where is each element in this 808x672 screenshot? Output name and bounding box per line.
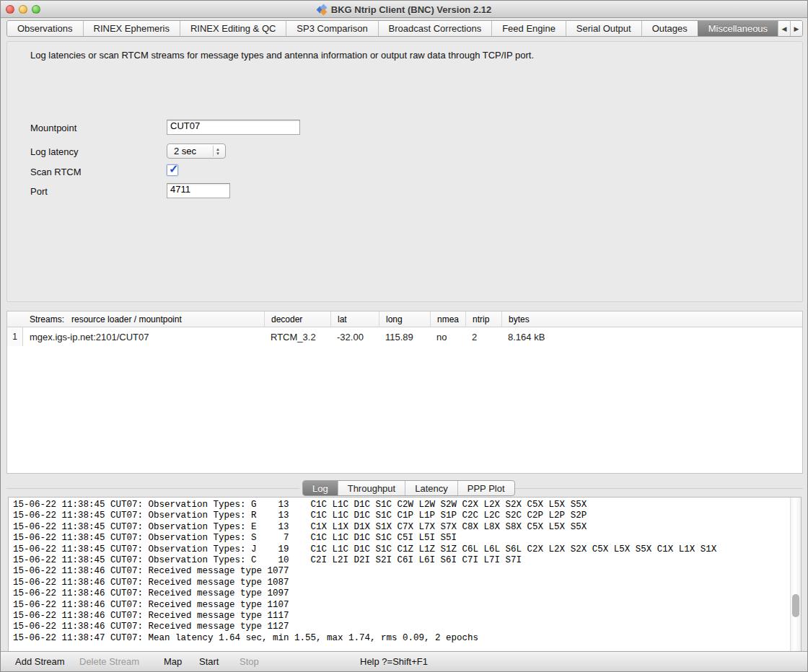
log-line: 15-06-22 11:38:46 CUT07: Received messag…: [13, 578, 788, 588]
bottom-toolbar: Add Stream Delete Stream Map Start Stop …: [1, 651, 807, 671]
header-lat[interactable]: lat: [330, 311, 379, 327]
divider: [6, 488, 299, 489]
checkmark-icon: ✓: [169, 162, 178, 176]
scan-rtcm-checkbox[interactable]: ✓: [167, 164, 178, 176]
log-line: 15-06-22 11:38:45 CUT07: Observation Typ…: [13, 555, 788, 566]
log-latency-value: 2 sec: [174, 146, 196, 156]
tab-scroll-left-icon[interactable]: ◀: [778, 21, 790, 36]
tab-log[interactable]: Log: [303, 481, 338, 495]
title-bar: BKG Ntrip Client (BNC) Version 2.12: [1, 1, 807, 18]
cell-lat: -32.00: [330, 332, 379, 342]
log-line: 15-06-22 11:38:45 CUT07: Observation Typ…: [13, 500, 788, 510]
bnc-app-icon: [317, 4, 328, 15]
scan-rtcm-label: Scan RTCM: [30, 167, 82, 177]
log-line: 15-06-22 11:38:45 CUT07: Observation Typ…: [13, 544, 788, 555]
log-line: 15-06-22 11:38:46 CUT07: Received messag…: [13, 622, 788, 632]
miscellaneous-panel: Log latencies or scan RTCM streams for m…: [6, 41, 803, 302]
start-button[interactable]: Start: [199, 656, 219, 667]
log-line: 15-06-22 11:38:47 CUT07: Mean latency 1.…: [13, 633, 788, 644]
app-window: BKG Ntrip Client (BNC) Version 2.12 Obse…: [0, 0, 808, 672]
mountpoint-input[interactable]: CUT07: [167, 120, 300, 135]
port-input[interactable]: 4711: [167, 183, 230, 198]
log-output[interactable]: 15-06-22 11:38:45 CUT07: Observation Typ…: [8, 497, 802, 652]
header-ntrip[interactable]: ntrip: [465, 311, 501, 327]
main-tab-bar: Observations RINEX Ephemeris RINEX Editi…: [6, 20, 803, 37]
mountpoint-label: Mountpoint: [30, 123, 76, 133]
table-row[interactable]: 1 mgex.igs-ip.net:2101/CUT07 RTCM_3.2 -3…: [7, 327, 802, 346]
header-mountpoint[interactable]: Streams: resource loader / mountpoint: [23, 311, 264, 327]
stop-button[interactable]: Stop: [240, 656, 259, 667]
delete-stream-button[interactable]: Delete Stream: [79, 656, 139, 667]
add-stream-button[interactable]: Add Stream: [15, 656, 65, 667]
port-value: 4711: [170, 184, 190, 195]
log-lines: 15-06-22 11:38:45 CUT07: Observation Typ…: [13, 500, 788, 644]
log-line: 15-06-22 11:38:45 CUT07: Observation Typ…: [13, 510, 788, 521]
cell-ntrip: 2: [465, 332, 501, 342]
tab-ppp-plot[interactable]: PPP Plot: [457, 481, 514, 495]
cell-bytes: 8.164 kB: [501, 332, 802, 342]
log-latency-select[interactable]: 2 sec ▲▼: [167, 143, 226, 159]
header-long[interactable]: long: [379, 311, 430, 327]
tab-serial-output[interactable]: Serial Output: [566, 21, 641, 36]
tab-broadcast-corrections[interactable]: Broadcast Corrections: [378, 21, 492, 36]
header-nmea[interactable]: nmea: [430, 311, 465, 327]
tab-latency[interactable]: Latency: [405, 481, 457, 495]
row-number: 1: [7, 327, 23, 346]
help-shortcut-label: Help ?=Shift+F1: [360, 656, 428, 667]
log-line: 15-06-22 11:38:46 CUT07: Received messag…: [13, 566, 788, 577]
divider: [513, 488, 803, 489]
header-decoder[interactable]: decoder: [264, 311, 330, 327]
log-latency-label: Log latency: [30, 146, 79, 157]
log-line: 15-06-22 11:38:45 CUT07: Observation Typ…: [13, 522, 788, 533]
tab-outages[interactable]: Outages: [641, 21, 698, 36]
mountpoint-value: CUT07: [170, 120, 200, 131]
window-title: BKG Ntrip Client (BNC) Version 2.12: [1, 1, 807, 18]
streams-table-header: Streams: resource loader / mountpoint de…: [7, 311, 802, 327]
cell-long: 115.89: [379, 332, 430, 342]
tab-throughput[interactable]: Throughput: [338, 481, 405, 495]
streams-table: Streams: resource loader / mountpoint de…: [6, 311, 803, 474]
log-line: 15-06-22 11:38:46 CUT07: Received messag…: [13, 600, 788, 611]
tab-feed-engine[interactable]: Feed Engine: [491, 21, 566, 36]
header-corner: [7, 311, 23, 327]
tab-scroll-right-icon[interactable]: ▶: [790, 21, 802, 36]
map-button[interactable]: Map: [164, 656, 182, 667]
tab-observations[interactable]: Observations: [7, 21, 83, 36]
log-scrollbar[interactable]: [790, 498, 801, 651]
window-title-text: BKG Ntrip Client (BNC) Version 2.12: [331, 4, 491, 15]
log-line: 15-06-22 11:38:46 CUT07: Received messag…: [13, 611, 788, 622]
stepper-arrows-icon[interactable]: ▲▼: [213, 146, 222, 156]
cell-nmea: no: [430, 332, 465, 342]
tab-miscellaneous[interactable]: Miscellaneous: [698, 21, 778, 36]
port-label: Port: [30, 186, 48, 197]
log-scrollbar-thumb[interactable]: [792, 594, 799, 617]
cell-mountpoint: mgex.igs-ip.net:2101/CUT07: [23, 332, 264, 342]
log-line: 15-06-22 11:38:46 CUT07: Received messag…: [13, 588, 788, 599]
panel-description: Log latencies or scan RTCM streams for m…: [30, 50, 534, 61]
log-line: 15-06-22 11:38:45 CUT07: Observation Typ…: [13, 533, 788, 544]
log-tab-bar: Log Throughput Latency PPP Plot: [302, 480, 515, 496]
tab-sp3-comparison[interactable]: SP3 Comparison: [286, 21, 377, 36]
header-bytes[interactable]: bytes: [501, 311, 802, 327]
cell-decoder: RTCM_3.2: [264, 332, 330, 342]
tab-rinex-editing-qc[interactable]: RINEX Editing & QC: [180, 21, 286, 36]
tab-rinex-ephemeris[interactable]: RINEX Ephemeris: [83, 21, 180, 36]
